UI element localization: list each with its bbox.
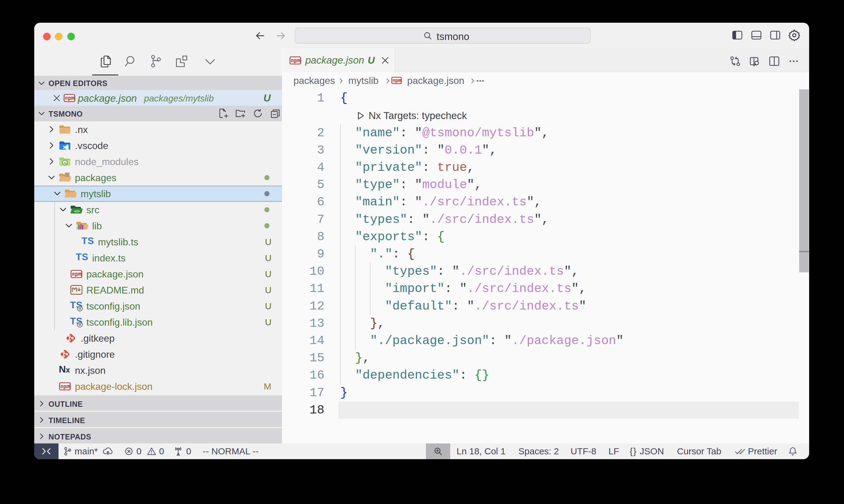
svg-text:JS: JS — [63, 161, 67, 165]
svg-text:</>: </> — [74, 209, 80, 214]
